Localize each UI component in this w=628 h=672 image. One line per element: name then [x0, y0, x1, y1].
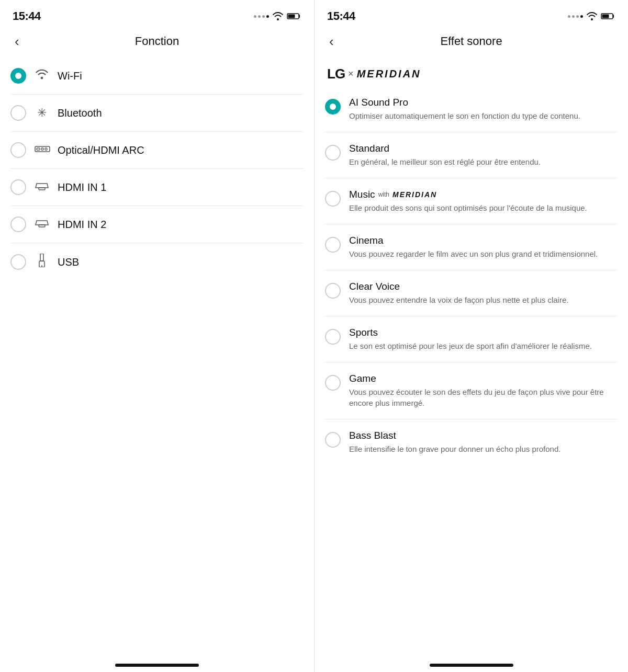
- status-bar-left: 15:44: [0, 0, 314, 28]
- bass-blast-name: Bass Blast: [349, 430, 618, 441]
- music-text: Music with MERIDIAN Elle produit des son…: [349, 189, 618, 213]
- hdmi1-label: HDMI IN 1: [58, 181, 106, 193]
- battery-icon-right: [601, 12, 615, 20]
- optical-icon: [35, 143, 49, 157]
- music-radio[interactable]: [325, 191, 341, 207]
- svg-rect-6: [39, 188, 45, 190]
- rdot3: [576, 15, 579, 18]
- cinema-item[interactable]: Cinema Vous pouvez regarder le film avec…: [325, 224, 618, 270]
- standard-item[interactable]: Standard En général, le meilleur son est…: [325, 132, 618, 178]
- optical-radio[interactable]: [10, 142, 26, 158]
- hdmi2-label: HDMI IN 2: [58, 219, 106, 231]
- usb-icon: [35, 254, 49, 270]
- battery-icon-left: [287, 12, 301, 20]
- sports-name: Sports: [349, 327, 618, 338]
- music-meridian-label: MERIDIAN: [392, 190, 437, 199]
- nav-bar-left: ‹ Fonction: [0, 28, 314, 58]
- rdot2: [572, 15, 575, 18]
- standard-radio[interactable]: [325, 145, 341, 161]
- bass-blast-item[interactable]: Bass Blast Elle intensifie le ton grave …: [325, 419, 618, 465]
- clear-voice-name: Clear Voice: [349, 281, 618, 292]
- status-icons-right: [568, 12, 615, 20]
- bass-blast-radio[interactable]: [325, 432, 341, 448]
- music-item[interactable]: Music with MERIDIAN Elle produit des son…: [325, 178, 618, 224]
- status-bar-right: 15:44: [315, 0, 628, 28]
- standard-text: Standard En général, le meilleur son est…: [349, 143, 618, 167]
- ai-sound-pro-desc: Optimiser automatiquement le son en fonc…: [349, 110, 618, 121]
- cinema-radio[interactable]: [325, 237, 341, 253]
- home-bar-left: [115, 664, 199, 667]
- music-with-label: with: [378, 191, 389, 198]
- meridian-logo: MERIDIAN: [357, 68, 421, 80]
- svg-rect-2: [35, 146, 50, 152]
- home-bar-right: [430, 664, 513, 667]
- music-label: Music: [349, 189, 375, 200]
- usb-radio[interactable]: [10, 254, 26, 270]
- music-name: Music with MERIDIAN: [349, 189, 618, 200]
- sports-radio[interactable]: [325, 329, 341, 345]
- dot4: [266, 15, 269, 18]
- svg-rect-7: [39, 225, 45, 227]
- logo-x: ×: [348, 69, 354, 79]
- usb-item[interactable]: USB: [10, 243, 304, 281]
- right-panel: 15:44 ‹ Effet sonore LG: [314, 0, 628, 672]
- back-button-right[interactable]: ‹: [325, 32, 338, 50]
- hdmi2-radio[interactable]: [10, 217, 26, 232]
- wifi-item[interactable]: Wi-Fi: [10, 58, 304, 95]
- clear-voice-desc: Vous pouvez entendre la voix de façon pl…: [349, 294, 618, 305]
- clear-voice-radio[interactable]: [325, 283, 341, 299]
- game-desc: Vous pouvez écouter le son des effets du…: [349, 386, 618, 408]
- svg-rect-1: [288, 15, 295, 18]
- usb-label: USB: [58, 256, 79, 268]
- ai-sound-pro-radio[interactable]: [325, 99, 341, 115]
- ai-sound-pro-name: AI Sound Pro: [349, 97, 618, 108]
- ai-sound-pro-item[interactable]: AI Sound Pro Optimiser automatiquement l…: [325, 86, 618, 132]
- standard-name: Standard: [349, 143, 618, 154]
- home-indicator-right: [315, 651, 628, 672]
- cinema-desc: Vous pouvez regarder le film avec un son…: [349, 248, 618, 259]
- nav-title-left: Fonction: [135, 35, 179, 48]
- bluetooth-icon: ✳: [35, 106, 49, 120]
- cinema-name: Cinema: [349, 235, 618, 246]
- optical-item[interactable]: Optical/HDMI ARC: [10, 132, 304, 169]
- bass-blast-text: Bass Blast Elle intensifie le ton grave …: [349, 430, 618, 454]
- ai-sound-pro-text: AI Sound Pro Optimiser automatiquement l…: [349, 97, 618, 121]
- standard-desc: En général, le meilleur son est réglé po…: [349, 156, 618, 167]
- sports-item[interactable]: Sports Le son est optimisé pour les jeux…: [325, 316, 618, 362]
- hdmi1-icon: [35, 180, 49, 194]
- dot3: [262, 15, 265, 18]
- bluetooth-radio[interactable]: [10, 105, 26, 121]
- nav-title-right: Effet sonore: [440, 35, 502, 48]
- hdmi1-radio[interactable]: [10, 179, 26, 195]
- clear-voice-item[interactable]: Clear Voice Vous pouvez entendre la voix…: [325, 270, 618, 316]
- game-text: Game Vous pouvez écouter le son des effe…: [349, 373, 618, 408]
- wifi-radio[interactable]: [10, 68, 26, 84]
- hdmi2-item[interactable]: HDMI IN 2: [10, 206, 304, 243]
- game-radio[interactable]: [325, 375, 341, 391]
- sound-list: AI Sound Pro Optimiser automatiquement l…: [315, 86, 628, 651]
- optical-label: Optical/HDMI ARC: [58, 144, 144, 156]
- bass-blast-desc: Elle intensifie le ton grave pour donner…: [349, 443, 618, 454]
- dot1: [254, 15, 256, 18]
- logo-area: LG × MERIDIAN: [315, 58, 628, 86]
- rdot4: [580, 15, 583, 18]
- sports-desc: Le son est optimisé pour les jeux de spo…: [349, 340, 618, 351]
- left-panel: 15:44 ‹ Fonction: [0, 0, 314, 672]
- signal-dots-right: [568, 15, 583, 18]
- svg-rect-4: [41, 148, 43, 150]
- clear-voice-text: Clear Voice Vous pouvez entendre la voix…: [349, 281, 618, 305]
- game-item[interactable]: Game Vous pouvez écouter le son des effe…: [325, 362, 618, 419]
- wifi-icon-left: [272, 12, 284, 20]
- wifi-icon-right: [586, 12, 598, 20]
- sports-text: Sports Le son est optimisé pour les jeux…: [349, 327, 618, 351]
- time-left: 15:44: [13, 9, 41, 23]
- dot2: [258, 15, 261, 18]
- bluetooth-item[interactable]: ✳ Bluetooth: [10, 95, 304, 132]
- function-list: Wi-Fi ✳ Bluetooth Optical/HDMI ARC: [0, 58, 314, 651]
- svg-rect-3: [37, 148, 40, 150]
- time-right: 15:44: [327, 9, 355, 23]
- svg-rect-5: [45, 148, 47, 150]
- hdmi2-icon: [35, 218, 49, 231]
- hdmi1-item[interactable]: HDMI IN 1: [10, 169, 304, 206]
- back-button-left[interactable]: ‹: [10, 32, 24, 50]
